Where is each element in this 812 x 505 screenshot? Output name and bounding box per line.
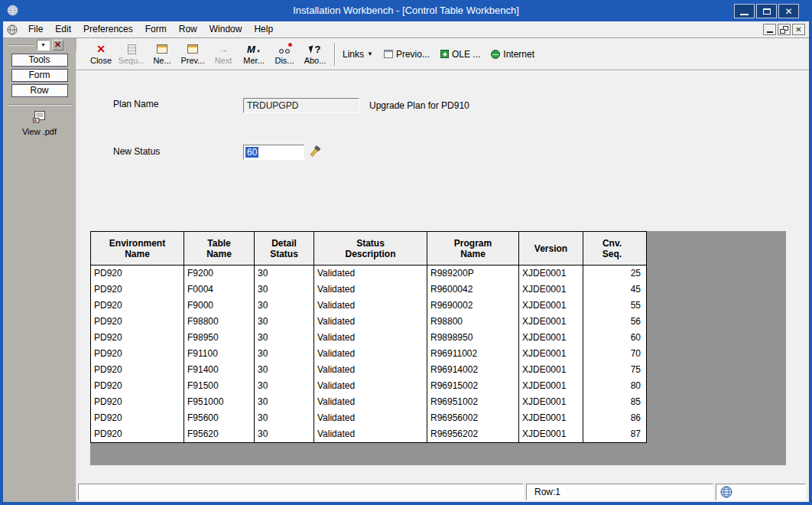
sidebar-tab-form[interactable]: Form xyxy=(11,69,68,82)
grid-cell[interactable]: XJDE0001 xyxy=(519,362,583,378)
grid-cell[interactable]: XJDE0001 xyxy=(519,346,583,362)
column-header-status-description[interactable]: StatusDescription xyxy=(314,232,427,266)
grid-cell[interactable]: F91100 xyxy=(184,346,255,362)
new-status-input[interactable]: 60 xyxy=(243,145,304,160)
grid-cell[interactable]: Validated xyxy=(314,378,427,394)
grid-cell[interactable]: XJDE0001 xyxy=(519,266,583,282)
grid-cell[interactable]: R96911002 xyxy=(427,346,519,362)
grid-cell[interactable]: 70 xyxy=(583,346,647,362)
link-previous[interactable]: Previo... xyxy=(384,49,430,60)
grid-cell[interactable]: XJDE0001 xyxy=(519,298,583,314)
grid-cell[interactable]: F9200 xyxy=(184,266,255,282)
window-minimize-button[interactable] xyxy=(734,4,755,18)
grid-cell[interactable]: F95620 xyxy=(184,426,255,442)
link-ole[interactable]: OLE ... xyxy=(440,49,480,60)
grid-cell[interactable]: F951000 xyxy=(184,394,255,410)
grid-cell[interactable]: XJDE0001 xyxy=(519,282,583,298)
grid-cell[interactable]: R989200P xyxy=(427,266,519,282)
grid-cell[interactable]: Validated xyxy=(314,314,427,330)
grid-row[interactable]: PD920F9560030ValidatedR96956002XJDE00018… xyxy=(91,410,647,426)
grid-cell[interactable]: R9600042 xyxy=(427,282,519,298)
toolbar-close-button[interactable]: ✕ Close xyxy=(86,40,116,69)
toolbar-new-button[interactable]: Ne... xyxy=(147,40,177,69)
grid-cell[interactable]: 30 xyxy=(255,266,314,282)
grid-cell[interactable]: 30 xyxy=(255,298,314,314)
toolbar-about-button[interactable]: ? Abo... xyxy=(300,40,330,69)
grid-cell[interactable]: 75 xyxy=(583,362,647,378)
grid-cell[interactable]: Validated xyxy=(314,266,427,282)
grid-cell[interactable]: 30 xyxy=(255,330,314,346)
grid-cell[interactable]: 56 xyxy=(583,314,647,330)
sidebar-tab-tools[interactable]: Tools xyxy=(11,54,68,67)
toolbar-next-button[interactable]: → Next xyxy=(208,40,239,69)
column-header-version[interactable]: Version xyxy=(519,232,583,266)
grid-cell[interactable]: Validated xyxy=(314,410,427,426)
grid-cell[interactable]: 55 xyxy=(583,298,647,314)
grid-cell[interactable]: 30 xyxy=(255,378,314,394)
grid-row[interactable]: PD920F900030ValidatedR9690002XJDE000155 xyxy=(91,298,647,314)
grid-cell[interactable]: PD920 xyxy=(91,394,184,410)
grid-cell[interactable]: PD920 xyxy=(91,314,184,330)
menu-help[interactable]: Help xyxy=(248,21,279,37)
fastpath-close-button[interactable]: ✕ xyxy=(52,40,63,50)
grid-cell[interactable]: 30 xyxy=(255,410,314,426)
grid-cell[interactable]: R9898950 xyxy=(427,330,519,346)
mdi-minimize-button[interactable] xyxy=(763,24,776,35)
column-header-cnv-seq[interactable]: Cnv.Seq. xyxy=(583,232,647,266)
toolbar-merge-button[interactable]: M▼ Mer... xyxy=(239,40,269,69)
grid-cell[interactable]: PD920 xyxy=(91,298,184,314)
toolbar-display-button[interactable]: Dis... xyxy=(269,40,300,69)
grid-cell[interactable]: 86 xyxy=(583,410,647,426)
grid-cell[interactable]: Validated xyxy=(314,298,427,314)
grid-row[interactable]: PD920F920030ValidatedR989200PXJDE000125 xyxy=(91,266,647,282)
grid-cell[interactable]: 87 xyxy=(583,426,647,442)
grid-cell[interactable]: F91500 xyxy=(184,378,255,394)
column-header-detail-status[interactable]: DetailStatus xyxy=(255,232,314,266)
grid-row[interactable]: PD920F9562030ValidatedR96956202XJDE00018… xyxy=(91,426,647,442)
column-header-table-name[interactable]: TableName xyxy=(184,232,255,266)
grid-row[interactable]: PD920F9150030ValidatedR96915002XJDE00018… xyxy=(91,378,647,394)
grid-cell[interactable]: 30 xyxy=(255,426,314,442)
grid-cell[interactable]: Validated xyxy=(314,362,427,378)
grid-cell[interactable]: 30 xyxy=(255,394,314,410)
grid-cell[interactable]: PD920 xyxy=(91,410,184,426)
menu-preferences[interactable]: Preferences xyxy=(77,21,139,37)
grid-cell[interactable]: R96951002 xyxy=(427,394,519,410)
links-dropdown[interactable]: Links ▼ xyxy=(343,49,373,60)
grid-row[interactable]: PD920F95100030ValidatedR96951002XJDE0001… xyxy=(91,394,647,410)
grid-row[interactable]: PD920F9895030ValidatedR9898950XJDE000160 xyxy=(91,330,647,346)
grid-cell[interactable]: Validated xyxy=(314,330,427,346)
grid-cell[interactable]: Validated xyxy=(314,394,427,410)
grid-cell[interactable]: PD920 xyxy=(91,282,184,298)
grid-cell[interactable]: Validated xyxy=(314,426,427,442)
fastpath-dropdown[interactable]: ▼ xyxy=(37,40,50,50)
grid-cell[interactable]: PD920 xyxy=(91,362,184,378)
grid-cell[interactable]: PD920 xyxy=(91,330,184,346)
grid-row[interactable]: PD920F9110030ValidatedR96911002XJDE00017… xyxy=(91,346,647,362)
menu-file[interactable]: File xyxy=(22,21,49,37)
menu-edit[interactable]: Edit xyxy=(49,21,77,37)
sidebar-tab-row[interactable]: Row xyxy=(11,84,68,97)
grid-cell[interactable]: R98800 xyxy=(427,314,519,330)
toolbar-previous-button[interactable]: Prev... xyxy=(177,40,208,69)
grid-cell[interactable]: XJDE0001 xyxy=(519,330,583,346)
grid-cell[interactable]: PD920 xyxy=(91,266,184,282)
grid-cell[interactable]: XJDE0001 xyxy=(519,314,583,330)
menu-window[interactable]: Window xyxy=(203,21,248,37)
mdi-restore-button[interactable] xyxy=(778,24,791,35)
window-close-button[interactable]: ✕ xyxy=(778,4,799,18)
grid-cell[interactable]: 30 xyxy=(255,282,314,298)
link-internet[interactable]: Internet xyxy=(491,49,534,60)
toolbar-sequence-button[interactable]: Sequ... xyxy=(116,40,147,69)
grid-cell[interactable]: PD920 xyxy=(91,378,184,394)
sidebar-item-view-pdf[interactable]: View .pdf xyxy=(3,111,76,136)
grid-cell[interactable]: F0004 xyxy=(184,282,255,298)
grid-cell[interactable]: XJDE0001 xyxy=(519,378,583,394)
grid-cell[interactable]: R96915002 xyxy=(427,378,519,394)
grid-cell[interactable]: F98950 xyxy=(184,330,255,346)
grid-cell[interactable]: R96956202 xyxy=(427,426,519,442)
grid-row[interactable]: PD920F000430ValidatedR9600042XJDE000145 xyxy=(91,282,647,298)
grid-cell[interactable]: Validated xyxy=(314,346,427,362)
grid-cell[interactable]: PD920 xyxy=(91,426,184,442)
grid-cell[interactable]: 30 xyxy=(255,362,314,378)
